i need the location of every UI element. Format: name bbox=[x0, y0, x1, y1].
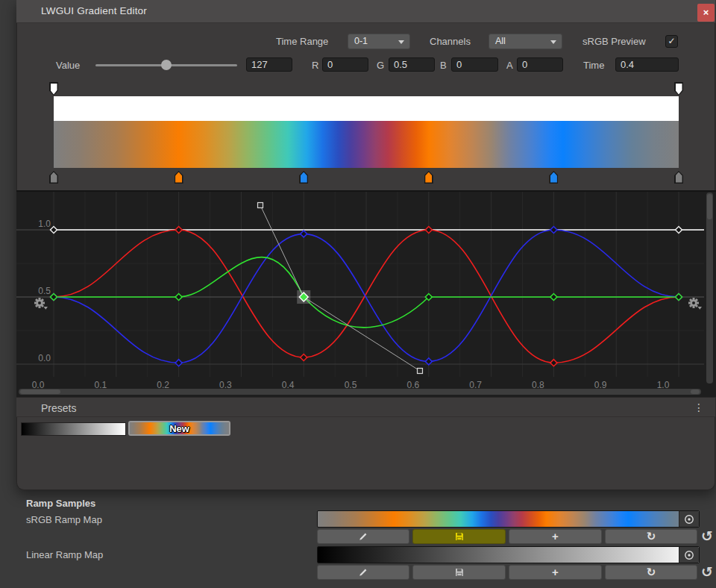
color-stop-marker[interactable] bbox=[49, 171, 58, 184]
preset-black-to-white[interactable] bbox=[21, 422, 126, 436]
object-picker-button[interactable] bbox=[679, 511, 699, 527]
refresh-ramp-button[interactable]: ↻ bbox=[605, 565, 697, 580]
g-field[interactable]: 0.5 bbox=[389, 57, 435, 72]
add-ramp-button[interactable]: + bbox=[509, 529, 602, 544]
pencil-icon bbox=[357, 566, 369, 578]
curve-key[interactable] bbox=[425, 226, 432, 233]
preset-new[interactable]: New bbox=[128, 421, 230, 436]
tangent-handle[interactable] bbox=[258, 203, 263, 208]
gradient-color-bar[interactable] bbox=[54, 121, 679, 168]
undo-icon: ↺ bbox=[701, 528, 713, 544]
time-label: Time bbox=[583, 60, 604, 71]
refresh-ramp-button[interactable]: ↻ bbox=[605, 529, 697, 544]
curve-editor[interactable]: 0.00.10.20.30.40.50.60.70.80.91.01.00.50… bbox=[16, 192, 716, 397]
pencil-icon bbox=[357, 531, 369, 542]
srgb-ramp-gradient bbox=[318, 511, 699, 527]
b-field[interactable]: 0 bbox=[451, 57, 498, 72]
srgb-preview-checkbox[interactable]: ✓ bbox=[665, 35, 678, 48]
color-stop-marker[interactable] bbox=[549, 171, 558, 184]
curve-key[interactable] bbox=[550, 293, 557, 300]
curve-key[interactable] bbox=[50, 226, 57, 233]
horizontal-scrollbar-cap-right[interactable] bbox=[691, 390, 700, 394]
gear-icon[interactable] bbox=[34, 298, 45, 308]
time-range-value: 0-1 bbox=[354, 36, 368, 46]
alpha-stop-marker[interactable] bbox=[49, 82, 58, 96]
plus-icon: + bbox=[552, 566, 559, 579]
window-title: LWGUI Gradient Editor bbox=[41, 5, 147, 16]
r-label: R bbox=[312, 60, 318, 71]
undo-button[interactable]: ↺ bbox=[701, 565, 713, 579]
curve-key[interactable] bbox=[50, 293, 57, 300]
tangent-handle[interactable] bbox=[418, 369, 423, 374]
srgb-ramp-preview[interactable] bbox=[317, 510, 700, 528]
object-picker-button[interactable] bbox=[679, 547, 699, 563]
presets-menu-button[interactable]: ⋮ bbox=[694, 402, 704, 413]
vertical-scrollbar[interactable] bbox=[706, 193, 713, 384]
linear-ramp-gradient bbox=[318, 547, 699, 563]
y-tick-label: 1.0 bbox=[38, 219, 51, 229]
curve-key[interactable] bbox=[550, 226, 557, 233]
preset-new-label: New bbox=[130, 422, 229, 434]
window-titlebar[interactable]: LWGUI Gradient Editor bbox=[16, 0, 715, 23]
curve-key[interactable] bbox=[675, 226, 682, 233]
curve-key[interactable] bbox=[175, 360, 182, 366]
time-range-label: Time Range bbox=[276, 36, 328, 47]
undo-icon: ↺ bbox=[701, 564, 713, 580]
horizontal-scrollbar[interactable] bbox=[19, 389, 701, 395]
vertical-scrollbar-cap[interactable] bbox=[707, 194, 712, 219]
srgb-preview-label: sRGB Preview bbox=[582, 36, 646, 47]
curve-key[interactable] bbox=[175, 293, 182, 300]
linear-ramp-map-label: Linear Ramp Map bbox=[26, 549, 103, 560]
a-label: A bbox=[506, 60, 513, 71]
undo-button[interactable]: ↺ bbox=[701, 529, 713, 543]
curve-key[interactable] bbox=[301, 354, 307, 360]
refresh-icon: ↻ bbox=[647, 530, 656, 543]
color-stop-marker[interactable] bbox=[674, 171, 683, 184]
color-stop-marker[interactable] bbox=[175, 171, 183, 184]
value-label: Value bbox=[56, 60, 80, 71]
channels-value: All bbox=[495, 36, 506, 46]
linear-ramp-preview[interactable] bbox=[317, 546, 700, 563]
horizontal-scrollbar-cap[interactable] bbox=[20, 390, 60, 394]
value-field[interactable]: 127 bbox=[246, 57, 292, 72]
curve-editor-panel[interactable]: 0.00.10.20.30.40.50.60.70.80.91.01.00.50… bbox=[16, 190, 716, 397]
add-ramp-button[interactable]: + bbox=[509, 565, 602, 580]
presets-title: Presets bbox=[41, 402, 76, 414]
object-picker-icon bbox=[683, 513, 695, 525]
save-ramp-button[interactable] bbox=[412, 565, 506, 580]
edit-ramp-button[interactable] bbox=[317, 565, 409, 580]
alpha-stop-marker[interactable] bbox=[674, 82, 683, 96]
save-ramp-button[interactable] bbox=[412, 529, 506, 544]
floppy-save-icon bbox=[453, 531, 465, 542]
curve-key[interactable] bbox=[675, 293, 682, 300]
y-tick-label: 0.5 bbox=[38, 286, 51, 296]
gear-dropdown-arrow-icon[interactable] bbox=[44, 307, 48, 310]
gear-dropdown-arrow-icon[interactable] bbox=[698, 307, 703, 310]
gradient-alpha-bar[interactable] bbox=[54, 96, 679, 121]
curve-key[interactable] bbox=[175, 226, 182, 233]
chevron-down-icon bbox=[398, 40, 404, 44]
curve-key[interactable] bbox=[301, 231, 307, 237]
time-field[interactable]: 0.4 bbox=[615, 57, 679, 72]
curve-key[interactable] bbox=[550, 360, 557, 366]
gear-icon[interactable] bbox=[688, 298, 699, 308]
floppy-save-icon bbox=[453, 566, 465, 578]
presets-header: Presets ⋮ bbox=[16, 397, 715, 417]
b-label: B bbox=[440, 60, 447, 71]
time-range-dropdown[interactable]: 0-1 bbox=[348, 34, 410, 49]
plus-icon: + bbox=[552, 530, 559, 543]
value-slider-handle[interactable] bbox=[161, 60, 172, 70]
y-tick-label: 0.0 bbox=[38, 353, 51, 363]
a-field[interactable]: 0 bbox=[517, 57, 563, 72]
ramp-samples-title: Ramp Samples bbox=[26, 498, 95, 509]
r-field[interactable]: 0 bbox=[322, 57, 368, 72]
refresh-icon: ↻ bbox=[647, 566, 656, 579]
color-stop-marker[interactable] bbox=[424, 171, 433, 184]
g-label: G bbox=[377, 60, 384, 71]
edit-ramp-button[interactable] bbox=[317, 529, 409, 544]
channels-dropdown[interactable]: All bbox=[489, 34, 562, 49]
color-stop-marker[interactable] bbox=[299, 171, 308, 184]
close-icon: × bbox=[703, 7, 709, 18]
close-button[interactable]: × bbox=[697, 4, 715, 22]
chevron-down-icon bbox=[550, 40, 556, 44]
